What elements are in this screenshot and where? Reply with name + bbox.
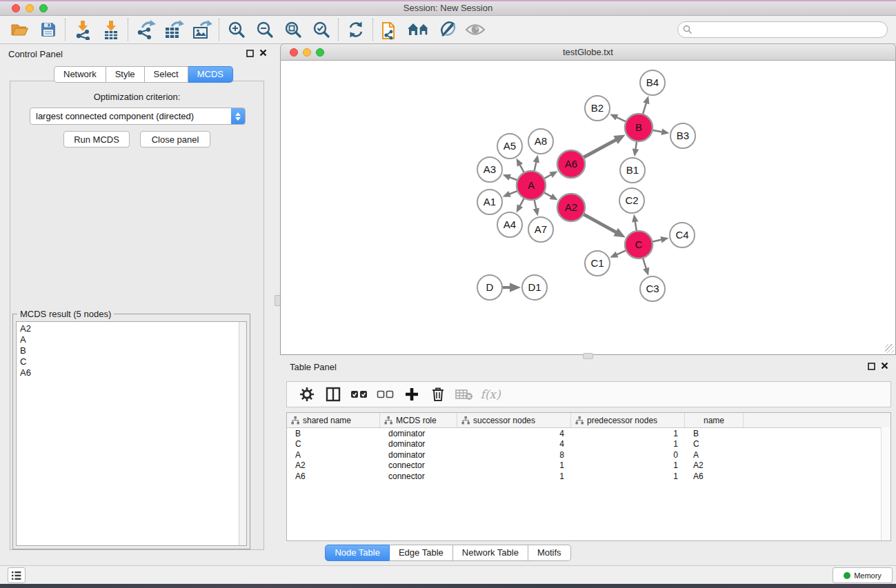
graph-edge[interactable]: [519, 198, 524, 206]
graph-edge[interactable]: [653, 240, 662, 242]
graph-edge[interactable]: [544, 192, 551, 196]
node-table[interactable]: shared nameMCDS rolesuccessor nodesprede…: [286, 412, 891, 541]
deselect-all-checkboxes-icon[interactable]: [372, 384, 399, 405]
table-cell[interactable]: C: [287, 439, 380, 450]
zoom-out-icon[interactable]: [250, 17, 279, 42]
table-cell[interactable]: A2: [287, 460, 380, 472]
column-header-name[interactable]: name: [685, 413, 744, 427]
network-window-titlebar[interactable]: testGlobe.txt: [280, 43, 896, 61]
table-row[interactable]: Adominator80A: [287, 449, 881, 460]
table-cell[interactable]: 4: [457, 428, 571, 439]
table-cell[interactable]: B: [685, 428, 744, 439]
table-row[interactable]: Bdominator41B: [287, 428, 881, 439]
graph-edge[interactable]: [653, 130, 663, 132]
show-columns-icon[interactable]: [320, 384, 346, 405]
graph-edge[interactable]: [584, 140, 617, 158]
table-cell[interactable]: dominator: [380, 449, 457, 460]
export-image-icon[interactable]: [188, 17, 216, 42]
minimize-window-button[interactable]: [26, 4, 34, 12]
criterion-dropdown[interactable]: largest connected component (directed): [30, 108, 246, 125]
table-cell[interactable]: 1: [457, 460, 571, 472]
network-file-icon[interactable]: [376, 17, 404, 42]
table-cell[interactable]: A6: [685, 471, 744, 482]
graph-edge[interactable]: [519, 165, 524, 173]
window-resize-grip[interactable]: [885, 344, 894, 353]
network-canvas[interactable]: B4B2BB3A8A5A6A3B1AA1C2A2A4A7C4CC1C3DD1: [280, 61, 896, 355]
mcds-list-scrollbar[interactable]: [239, 322, 246, 545]
column-header-shared-name[interactable]: shared name: [287, 413, 380, 427]
memory-button[interactable]: Memory: [833, 567, 893, 583]
home-layout-icon[interactable]: [404, 17, 432, 42]
table-cell[interactable]: A6: [287, 471, 380, 482]
graph-edge[interactable]: [544, 174, 552, 179]
delete-column-icon[interactable]: [425, 384, 451, 405]
settings-gear-icon[interactable]: [294, 384, 320, 405]
column-header-successor-nodes[interactable]: successor nodes: [457, 413, 571, 427]
graph-edge[interactable]: [509, 191, 517, 194]
table-row[interactable]: A2connector11A2: [287, 460, 881, 472]
close-panel-button[interactable]: Close panel: [140, 131, 210, 148]
graph-edge[interactable]: [509, 177, 517, 181]
table-cell[interactable]: connector: [380, 460, 457, 472]
zoom-window-button[interactable]: [39, 4, 48, 12]
table-cell[interactable]: A2: [685, 460, 744, 472]
table-cell[interactable]: A: [685, 449, 744, 460]
list-item[interactable]: A: [17, 334, 246, 345]
horizontal-divider-grip[interactable]: [583, 353, 593, 359]
table-row[interactable]: A6connector11A6: [287, 471, 881, 482]
tab-edge-table[interactable]: Edge Table: [390, 545, 453, 561]
table-cell[interactable]: 4: [457, 439, 571, 450]
table-cell[interactable]: C: [685, 439, 744, 450]
mcds-result-list[interactable]: A2ABCA6: [16, 321, 247, 546]
zoom-fit-icon[interactable]: [279, 17, 307, 42]
graph-edge[interactable]: [534, 200, 536, 210]
column-header-predecessor-nodes[interactable]: predecessor nodes: [571, 413, 685, 427]
table-cell[interactable]: 1: [571, 460, 685, 472]
graph-edge[interactable]: [635, 221, 637, 231]
control-panel-float-icon[interactable]: [246, 50, 254, 59]
task-history-button[interactable]: [8, 567, 26, 583]
table-panel-close-icon[interactable]: [881, 362, 888, 372]
export-network-icon[interactable]: [131, 17, 159, 42]
list-item[interactable]: B: [17, 345, 246, 356]
list-item[interactable]: A6: [17, 367, 246, 378]
table-scrollbar[interactable]: [881, 427, 890, 540]
table-cell[interactable]: 1: [571, 428, 685, 439]
graph-edge[interactable]: [534, 162, 536, 172]
visual-properties-icon[interactable]: [432, 17, 461, 42]
run-mcds-button[interactable]: Run MCDS: [63, 131, 130, 148]
column-header-mcds-role[interactable]: MCDS role: [380, 413, 457, 427]
zoom-selected-icon[interactable]: [307, 17, 335, 42]
list-item[interactable]: A2: [17, 323, 246, 334]
table-cell[interactable]: dominator: [380, 428, 457, 439]
close-window-button[interactable]: [12, 4, 20, 12]
tab-network[interactable]: Network: [54, 66, 106, 83]
graph-edge[interactable]: [643, 258, 646, 269]
import-network-icon[interactable]: [68, 17, 97, 42]
table-cell[interactable]: 1: [571, 471, 685, 482]
graph-edge[interactable]: [635, 141, 637, 150]
graph-edge[interactable]: [616, 117, 626, 122]
select-all-checkboxes-icon[interactable]: [346, 384, 372, 405]
tab-network-table[interactable]: Network Table: [453, 545, 528, 561]
open-session-icon[interactable]: [6, 17, 34, 42]
tab-style[interactable]: Style: [106, 66, 145, 83]
graph-edge[interactable]: [617, 250, 626, 254]
table-cell[interactable]: 0: [571, 449, 685, 460]
table-row[interactable]: Cdominator41C: [287, 439, 881, 450]
graph-edge[interactable]: [643, 103, 646, 114]
tab-select[interactable]: Select: [145, 66, 188, 83]
network-close-button[interactable]: [290, 48, 298, 57]
list-item[interactable]: C: [17, 356, 246, 367]
tab-node-table[interactable]: Node Table: [325, 545, 390, 561]
save-session-icon[interactable]: [34, 17, 62, 42]
search-input[interactable]: [693, 24, 868, 35]
tab-motifs[interactable]: Motifs: [528, 545, 571, 561]
graph-edge[interactable]: [584, 214, 617, 232]
tab-mcds[interactable]: MCDS: [188, 66, 233, 83]
table-cell[interactable]: connector: [380, 471, 457, 482]
table-cell[interactable]: 1: [571, 439, 685, 450]
control-panel-close-icon[interactable]: [259, 49, 267, 59]
table-panel-float-icon[interactable]: [868, 363, 875, 372]
table-cell[interactable]: 8: [457, 449, 571, 460]
